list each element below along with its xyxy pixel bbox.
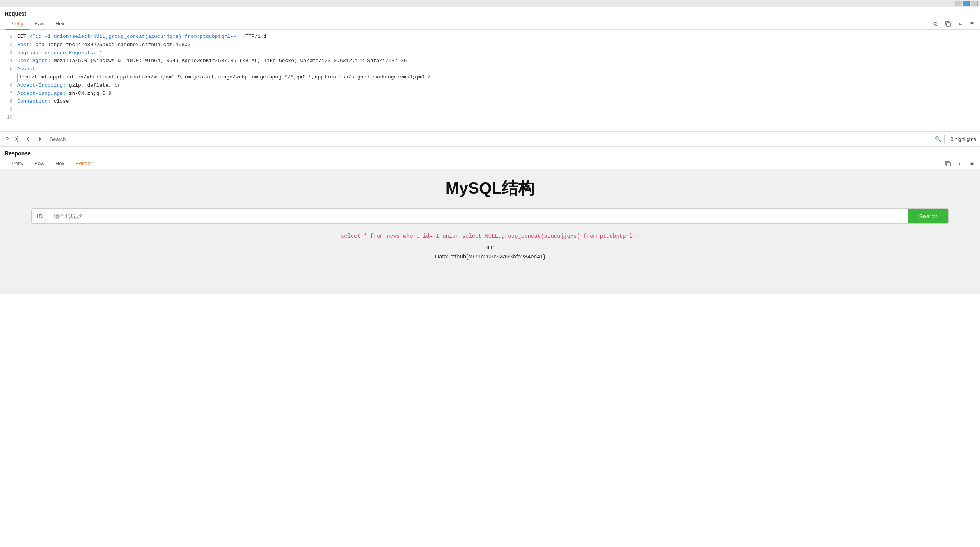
response-wrap-icon[interactable]: ↵ (957, 159, 965, 168)
magnifier-icon: 🔍 (935, 136, 941, 142)
svg-rect-0 (947, 23, 950, 26)
restore-btn[interactable] (963, 1, 970, 6)
code-line-4: 4 User-Agent: Mozilla/5.0 (Windows NT 10… (0, 57, 980, 65)
search-input-wrap[interactable]: 🔍 (46, 134, 945, 144)
code-line-1: 1 GET /?id=-1+union+select+NULL,group_co… (0, 33, 980, 41)
close-btn[interactable] (971, 1, 978, 6)
help-icon[interactable]: ? (4, 135, 10, 143)
disable-icon[interactable]: ⊘ (931, 20, 939, 29)
rendered-form-label: ID (32, 209, 48, 223)
wrap-icon[interactable]: ↵ (957, 20, 965, 29)
tab-request-pretty[interactable]: Pretty (5, 18, 29, 30)
rendered-result-data: Data: ctfhub{c971c203c53a93bfb284ec41} (31, 253, 949, 260)
code-line-3: 3 Upgrade-Insecure-Requests: 1 (0, 49, 980, 57)
response-section: Response Pretty Raw Hex Render ↵ ≡ MySQL… (0, 147, 980, 294)
code-line-2: 2 Host: challenge-fbc442e8022519cd.sandb… (0, 41, 980, 49)
request-label: Request (0, 7, 980, 18)
minimize-btn[interactable] (955, 1, 962, 6)
code-line-8: 8 Connection: close (0, 98, 980, 106)
rendered-sql-query: select * from news where id=-1 union sel… (31, 233, 949, 239)
response-copy-icon[interactable] (943, 160, 953, 167)
response-label: Response (0, 147, 980, 158)
tab-request-hex[interactable]: Hex (50, 18, 70, 30)
response-menu-icon[interactable]: ≡ (969, 159, 975, 168)
render-content: MySQL结构 ID Search select * from news whe… (0, 169, 980, 294)
code-line-9: 9 (0, 106, 980, 114)
tab-response-render[interactable]: Render (70, 158, 98, 169)
copy-icon[interactable] (943, 20, 953, 28)
back-arrow-icon[interactable] (24, 135, 33, 143)
rendered-result-id: ID: (31, 244, 949, 251)
code-line-7: 7 Accept-Language: zh-CN,zh;q=0.9 (0, 90, 980, 98)
code-line-5cont: text/html,application/xhtml+xml,applicat… (0, 73, 980, 82)
menu-icon[interactable]: ≡ (969, 20, 975, 28)
code-line-10: 10 (0, 114, 980, 121)
response-tab-bar: Pretty Raw Hex Render ↵ ≡ (0, 158, 980, 169)
response-toolbar: ↵ ≡ (943, 159, 975, 168)
rendered-search-form: ID Search (31, 208, 949, 224)
svg-rect-2 (947, 162, 950, 166)
highlights-label: 0 highlights (950, 136, 976, 142)
tab-response-pretty[interactable]: Pretty (5, 158, 29, 169)
settings-icon[interactable] (12, 135, 22, 143)
tab-request-raw[interactable]: Raw (29, 18, 50, 30)
code-line-6: 6 Accept-Encoding: gzip, deflate, br (0, 82, 980, 90)
forward-arrow-icon[interactable] (35, 135, 44, 143)
svg-point-1 (16, 138, 18, 140)
tab-response-hex[interactable]: Hex (50, 158, 70, 169)
window-chrome (0, 0, 980, 7)
rendered-form-input[interactable] (48, 209, 908, 223)
tab-response-raw[interactable]: Raw (29, 158, 50, 169)
search-input[interactable] (50, 136, 933, 142)
rendered-search-button[interactable]: Search (908, 209, 948, 223)
request-tab-bar: Pretty Raw Hex ⊘ ↵ ≡ (0, 18, 980, 30)
request-toolbar: ⊘ ↵ ≡ (931, 20, 975, 29)
render-title: MySQL结构 (31, 177, 949, 199)
code-line-5: 5 Accept: (0, 65, 980, 73)
search-bar: ? 🔍 0 highlights (0, 131, 980, 147)
request-code-view: 1 GET /?id=-1+union+select+NULL,group_co… (0, 30, 980, 131)
